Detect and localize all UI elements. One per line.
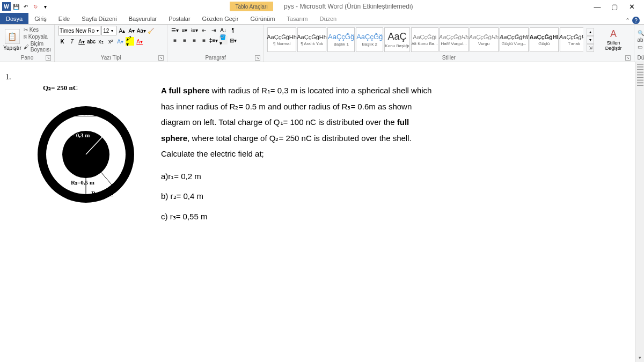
close-icon[interactable]: ✕ (628, 3, 635, 10)
copy-button[interactable]: ⎘Kopyala (24, 34, 51, 40)
font-group-label: Yazı Tipi↘ (58, 54, 164, 61)
format-painter-button[interactable]: 🖌Biçim Boyacısı (24, 41, 51, 53)
style-item[interactable]: AaÇçĞğHlGüçlü Vurg... (500, 27, 529, 52)
superscript-button[interactable]: x² (106, 37, 115, 46)
tab-giris[interactable]: Giriş (28, 13, 53, 24)
tab-gorunum[interactable]: Görünüm (244, 13, 281, 24)
style-item[interactable]: AaÇçĞğHhVurgu (470, 27, 499, 52)
r3-label: R₃=0,6m (91, 190, 113, 197)
problem-text: A full sphere with radius of R₁= 0,3 m i… (161, 84, 431, 225)
tab-tasarim[interactable]: Tasarım (281, 13, 313, 24)
paragraph-group-label: Paragraf↘ (171, 54, 260, 61)
shrink-font-icon[interactable]: A▾ (127, 26, 136, 35)
select-button[interactable]: ▭Seç▾ (638, 44, 644, 50)
redo-icon[interactable]: ↻ (31, 2, 40, 11)
undo-icon[interactable]: ↶ (21, 2, 30, 11)
format-painter-icon: 🖌 (24, 44, 29, 50)
find-icon: 🔍 (638, 30, 644, 36)
font-name-select[interactable]: Times New Ro▾ (58, 26, 100, 35)
replace-button[interactable]: abDeğiştir (638, 37, 644, 43)
save-icon[interactable]: 💾 (12, 2, 20, 11)
sort-icon[interactable]: A↓ (219, 26, 228, 34)
paste-icon[interactable]: 📋 (5, 29, 20, 44)
font-launcher-icon[interactable]: ↘ (158, 55, 164, 61)
copy-icon: ⎘ (24, 34, 27, 40)
bullets-icon[interactable]: ☰▾ (171, 26, 179, 34)
change-case-icon[interactable]: Aa▾ (137, 26, 145, 35)
decrease-indent-icon[interactable]: ⇤ (200, 26, 208, 34)
tab-postalar[interactable]: Postalar (163, 13, 196, 24)
numbering-icon[interactable]: ≡▾ (180, 26, 189, 34)
styles-group-label: Stiller↘ (267, 54, 631, 61)
line-spacing-icon[interactable]: ‡≡▾ (209, 36, 218, 45)
list-marker: 1. (5, 73, 11, 82)
paragraph-launcher-icon[interactable]: ↘ (255, 55, 260, 61)
justify-icon[interactable]: ≡ (200, 36, 208, 45)
grow-font-icon[interactable]: A▴ (118, 26, 126, 35)
help-icon[interactable]: ? (632, 17, 640, 24)
styles-up-icon[interactable]: ▴ (587, 28, 594, 36)
tab-duzen[interactable]: Düzen (313, 13, 342, 24)
strikethrough-button[interactable]: abc (87, 37, 96, 46)
text-effects-icon[interactable]: A▾ (116, 37, 125, 46)
change-styles-icon: A (610, 28, 617, 40)
multilevel-icon[interactable]: ⁝≡▾ (190, 26, 199, 34)
quick-access-toolbar: W 💾 ↶ ↻ ▾ (2, 2, 49, 11)
italic-button[interactable]: T (68, 37, 76, 46)
styles-more-icon[interactable]: ⇲ (587, 44, 594, 52)
align-center-icon[interactable]: ≡ (180, 36, 189, 45)
ribbon-minimize-icon[interactable]: ⌃ (625, 17, 630, 24)
tab-sayfa-duzeni[interactable]: Sayfa Düzeni (76, 13, 122, 24)
clear-formatting-icon[interactable]: 🧹 (147, 26, 155, 35)
group-paragraph: ☰▾ ≡▾ ⁝≡▾ ⇤ ⇥ A↓ ¶ ≡ ≡ ≡ ≡ ‡≡▾ 🪣▾ ⊞▾ Par… (167, 25, 264, 62)
style-item[interactable]: AaÇKonu Başlığı (384, 27, 409, 52)
style-item[interactable]: AaÇçĞğBaşlık 2 (356, 27, 383, 52)
align-right-icon[interactable]: ≡ (190, 36, 199, 45)
style-item[interactable]: AaÇçĞğHhTırnak (560, 27, 584, 52)
minimize-icon[interactable]: — (594, 3, 601, 10)
clipboard-launcher-icon[interactable]: ↘ (46, 55, 51, 61)
style-item[interactable]: AaÇçĞğBaşlık 1 (327, 27, 355, 52)
styles-launcher-icon[interactable]: ↘ (625, 55, 631, 61)
r1-label: R₁ = 0,3 m (63, 132, 90, 139)
style-item[interactable]: AaÇçĞğHhHafif Vurgul... (440, 27, 469, 52)
borders-icon[interactable]: ⊞▾ (229, 36, 237, 45)
tab-dosya[interactable]: Dosya (0, 13, 28, 24)
bold-button[interactable]: K (58, 37, 67, 46)
font-color-icon[interactable]: A▾ (135, 37, 144, 46)
document-area[interactable]: 1. Q₂= 250 nC Q₁= 100 nC R₁ = 0,3 m R₂=0… (0, 62, 644, 236)
qat-dropdown-icon[interactable]: ▾ (41, 2, 49, 11)
style-item[interactable]: AaÇçĞğHh¶ Aralık Yok (297, 27, 326, 52)
font-size-select[interactable]: 12▾ (101, 26, 116, 35)
highlight-icon[interactable]: 🖍▾ (126, 37, 134, 46)
diagram: Q₂= 250 nC Q₁= 100 nC R₁ = 0,3 m R₂=0,5 … (32, 84, 140, 225)
align-left-icon[interactable]: ≡ (171, 36, 179, 45)
increase-indent-icon[interactable]: ⇥ (209, 26, 218, 34)
split-handle[interactable] (637, 64, 643, 86)
underline-button[interactable]: A▾ (77, 37, 86, 46)
word-icon: W (2, 2, 11, 11)
change-styles-button[interactable]: A Stilleri Değiştir (596, 28, 630, 51)
contextual-tab-label: Tablo Araçları (230, 2, 273, 11)
style-item[interactable]: AaÇçĞğiAlt Konu Ba... (411, 27, 438, 52)
editing-group-label: Düzenleme (638, 54, 644, 61)
subscript-button[interactable]: x₂ (97, 37, 105, 46)
scroll-down-icon[interactable]: ▾ (636, 353, 644, 362)
r2-label: R₂=0,5 m (71, 179, 94, 186)
tab-basvurular[interactable]: Başvurular (123, 13, 163, 24)
find-button[interactable]: 🔍Bul▾ (638, 30, 644, 36)
tab-gozden-gecir[interactable]: Gözden Geçir (196, 13, 245, 24)
shading-icon[interactable]: 🪣▾ (219, 36, 228, 45)
cut-button[interactable]: ✂Kes (24, 27, 51, 33)
style-item[interactable]: AaÇçĞğHh¶ Normal (267, 27, 296, 52)
style-item[interactable]: AaÇçĞğHlGüçlü (530, 27, 559, 52)
paste-label[interactable]: Yapıştır (3, 45, 21, 51)
styles-down-icon[interactable]: ▾ (587, 36, 594, 44)
show-marks-icon[interactable]: ¶ (229, 26, 237, 34)
tab-ekle[interactable]: Ekle (53, 13, 76, 24)
document-title: pys - Microsoft Word (Ürün Etkinleştiril… (284, 3, 413, 10)
select-icon: ▭ (638, 44, 642, 50)
q2-label: Q₂= 250 nC (43, 84, 140, 92)
maximize-icon[interactable]: ▢ (611, 3, 618, 10)
vertical-scrollbar[interactable]: ▴ ▾ (635, 62, 644, 362)
